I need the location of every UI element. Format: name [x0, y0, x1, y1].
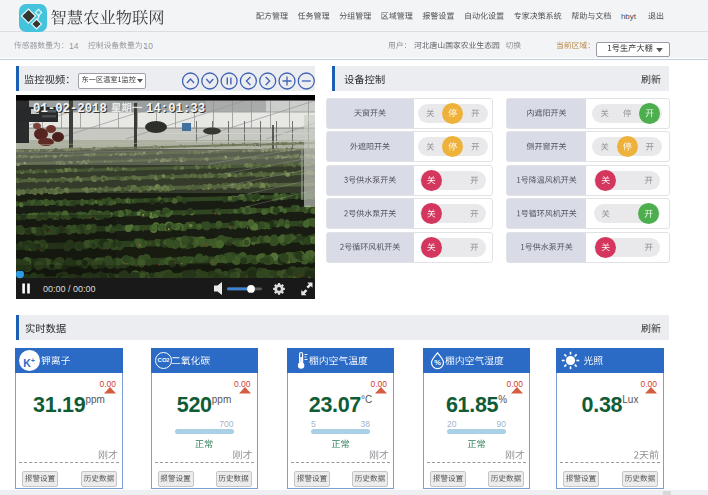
svg-text:%: % [434, 358, 441, 367]
